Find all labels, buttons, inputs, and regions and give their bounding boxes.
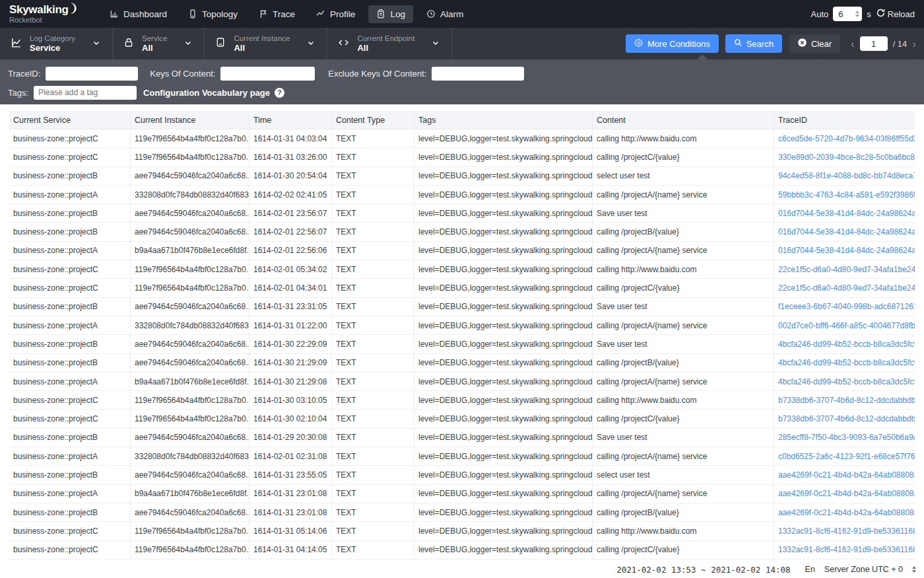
table-row[interactable]: business-zone::projectBaee79464c59046fca… [9, 167, 915, 186]
cell-content-type: TEXT [331, 485, 414, 503]
time-range-picker[interactable]: 2021-02-02 13:53 ~ 2021-02-02 14:08 [616, 565, 790, 575]
nav-item-log[interactable]: Log [368, 5, 413, 23]
trace-id-link[interactable]: aae4269f-0c21-4b4d-b42a-64ab08808ac8 [778, 489, 915, 498]
table-row[interactable]: business-zone::projectBaee79464c59046fca… [9, 335, 915, 353]
table-row[interactable]: business-zone::projectA332808d0fc784db08… [9, 447, 915, 466]
auto-interval-input[interactable] [838, 9, 853, 19]
trace-id-link[interactable]: 002d7ce0-bff6-466f-a85c-4004677d8fbf [778, 321, 915, 330]
trace-id-link[interactable]: 59bbbb3c-4763-4c84-a581-e592f39865bd [778, 190, 915, 199]
cell-trace-id: aae4269f-0c21-4b4d-b42a-64ab08808ac8 [774, 485, 915, 503]
reload-button[interactable]: Reload [876, 8, 915, 20]
log-category-selector[interactable]: Log Category Service [0, 28, 113, 59]
trace-id-link[interactable]: 22ce1f5c-d6a0-4d80-9ed7-34afa1be2490 [778, 265, 915, 274]
nav-item-alarm[interactable]: Alarm [418, 5, 471, 23]
table-row[interactable]: business-zone::projectC119e7f96564b4a4fb… [9, 260, 915, 279]
table-row[interactable]: business-zone::projectBaee79464c59046fca… [9, 466, 915, 484]
trace-id-link[interactable]: 1332ac91-8cf6-4162-91d9-be53361168a9 [778, 545, 915, 554]
cell-content-type: TEXT [331, 167, 414, 185]
filter-bar: Log Category Service Service All Current… [0, 28, 924, 59]
table-row[interactable]: business-zone::projectAb9a4aa671b0f476b8… [9, 485, 915, 503]
table-row[interactable]: business-zone::projectAb9a4aa671b0f476b8… [9, 242, 915, 260]
cell-tags: level=DEBUG,logger=test.skywalking.sprin… [414, 129, 592, 147]
help-question-icon[interactable]: ? [275, 88, 284, 98]
trace-id-link[interactable]: b7338db6-3707-4b6d-8c12-ddcdabbdb45a [778, 414, 915, 423]
trace-id-link[interactable]: 4bcfa246-dd99-4b52-bccb-b8ca3dc5fc94 [778, 358, 915, 367]
table-row[interactable]: business-zone::projectBaee79464c59046fca… [9, 204, 915, 223]
trace-id-link[interactable]: 22ce1f5c-d6a0-4d80-9ed7-34afa1be2490 [778, 283, 915, 293]
cell-tags: level=DEBUG,logger=test.skywalking.sprin… [414, 503, 592, 521]
trace-id-link[interactable]: c0bd6525-2a6c-4123-92f1-e68ce57f767d [778, 452, 915, 461]
selector-label: Log Category [30, 34, 75, 43]
stepper-arrows-icon[interactable] [855, 11, 859, 17]
trace-id-link[interactable]: aae4269f-0c21-4b4d-b42a-64ab08808ac8 [778, 508, 915, 517]
tags-field[interactable] [34, 86, 137, 100]
trace-id-link[interactable]: 4bcfa246-dd99-4b52-bccb-b8ca3dc5fc94 [778, 377, 915, 386]
trace-id-link[interactable]: 1332ac91-8cf6-4162-91d9-be53361168a9 [778, 526, 915, 536]
next-page-icon[interactable]: › [912, 38, 916, 50]
table-row[interactable]: business-zone::projectBaee79464c59046fca… [9, 223, 915, 241]
current-instance-selector[interactable]: Current Instance All [205, 28, 327, 59]
trace-id-link[interactable]: 016d7044-5e38-41d4-84dc-24a98624a30e [778, 227, 915, 236]
vocabulary-link[interactable]: Configuration Vocabulary page [143, 88, 270, 98]
prev-page-icon[interactable]: ‹ [851, 38, 855, 50]
keys-of-content-label: Keys Of Content: [150, 69, 215, 79]
cell-tags: level=DEBUG,logger=test.skywalking.sprin… [414, 373, 592, 390]
exclude-keys-field[interactable] [432, 67, 524, 81]
table-row[interactable]: business-zone::projectBaee79464c59046fca… [9, 429, 915, 447]
table-row[interactable]: business-zone::projectC119e7f96564b4a4fb… [9, 279, 915, 297]
cell-current-service: business-zone::projectB [9, 335, 130, 353]
cell-content: select user test [592, 167, 774, 185]
nav-item-topology[interactable]: Topology [180, 5, 246, 23]
cell-current-service: business-zone::projectB [9, 354, 130, 372]
nav-item-profile[interactable]: Profile [308, 5, 363, 23]
nav-item-trace[interactable]: Trace [251, 5, 303, 23]
table-row[interactable]: business-zone::projectBaee79464c59046fca… [9, 354, 915, 373]
trace-id-link[interactable]: c6ced5de-5720-4d7b-9634-03f86ff55d30 [778, 134, 915, 143]
nav-item-dashboard[interactable]: Dashboard [102, 5, 175, 23]
table-row[interactable]: business-zone::projectA332808d0fc784db08… [9, 186, 915, 204]
cell-trace-id: 016d7044-5e38-41d4-84dc-24a98624a30e [774, 204, 915, 222]
page-number-input[interactable] [860, 36, 888, 51]
service-selector[interactable]: Service All [113, 28, 205, 59]
table-row[interactable]: business-zone::projectC119e7f96564b4a4fb… [9, 129, 915, 148]
timezone-stepper-icon[interactable] [912, 566, 916, 573]
cell-tags: level=DEBUG,logger=test.skywalking.sprin… [414, 335, 592, 353]
trace-id-link[interactable]: aae4269f-0c21-4b4d-b42a-64ab08808ac8 [778, 470, 915, 480]
trace-id-link[interactable]: 285ecff8-7f50-4bc3-9093-6a7e50b6a9a3 [778, 433, 915, 442]
trace-id-link[interactable]: 016d7044-5e38-41d4-84dc-24a98624a30e [778, 209, 915, 218]
table-row[interactable]: business-zone::projectBaee79464c59046fca… [9, 503, 915, 522]
cell-trace-id: 22ce1f5c-d6a0-4d80-9ed7-34afa1be2490 [774, 260, 915, 278]
trace-id-link[interactable]: b7338db6-3707-4b6d-8c12-ddcdabbdb45a [778, 396, 915, 405]
auto-interval-stepper[interactable] [833, 7, 862, 21]
table-row[interactable]: business-zone::projectC119e7f96564b4a4fb… [9, 522, 915, 540]
table-row[interactable]: business-zone::projectC119e7f96564b4a4fb… [9, 541, 915, 560]
table-row[interactable]: business-zone::projectC119e7f96564b4a4fb… [9, 148, 915, 166]
keys-of-content-field[interactable] [220, 67, 315, 81]
cell-time: 1614-01-31 23:01:08 [249, 485, 331, 503]
table-row[interactable]: business-zone::projectA332808d0fc784db08… [9, 316, 915, 335]
cell-trace-id: b7338db6-3707-4b6d-8c12-ddcdabbdb45a [774, 410, 915, 427]
cell-time: 1614-01-30 20:54:04 [249, 167, 331, 185]
cell-current-instance: 119e7f96564b4a4fbf0c128a7b0... [130, 129, 249, 147]
cell-current-instance: aee79464c59046fca2040a6c68... [130, 335, 249, 353]
more-conditions-label: More Conditions [647, 39, 710, 49]
trace-id-link[interactable]: 94c4ed58-8f1e-4088-bd8c-bb74d8eca703 [778, 171, 915, 180]
cell-tags: level=DEBUG,logger=test.skywalking.sprin… [414, 223, 592, 240]
search-button[interactable]: Search [725, 34, 782, 53]
table-row[interactable]: business-zone::projectC119e7f96564b4a4fb… [9, 391, 915, 410]
cell-content-type: TEXT [331, 129, 414, 147]
clear-button[interactable]: Clear [789, 34, 840, 53]
traceid-field[interactable] [46, 67, 138, 81]
more-conditions-button[interactable]: More Conditions [626, 34, 719, 53]
language-toggle[interactable]: En [805, 565, 815, 574]
chart-icon [11, 37, 22, 51]
table-row[interactable]: business-zone::projectBaee79464c59046fca… [9, 298, 915, 316]
table-row[interactable]: business-zone::projectAb9a4aa671b0f476b8… [9, 373, 915, 391]
trace-id-link[interactable]: 016d7044-5e38-41d4-84dc-24a98624a30e [778, 246, 915, 255]
table-row[interactable]: business-zone::projectC119e7f96564b4a4fb… [9, 410, 915, 428]
lock-icon [123, 37, 134, 50]
trace-id-link[interactable]: 330e89d0-2039-4bce-8c28-5c0ba6bc8ce7 [778, 153, 915, 162]
trace-id-link[interactable]: 4bcfa246-dd99-4b52-bccb-b8ca3dc5fc94 [778, 340, 915, 349]
trace-id-link[interactable]: f1eceee3-6b67-4040-998b-adc6871261c1 [778, 302, 915, 311]
current-endpoint-selector[interactable]: Current Endpoint All [327, 28, 452, 59]
